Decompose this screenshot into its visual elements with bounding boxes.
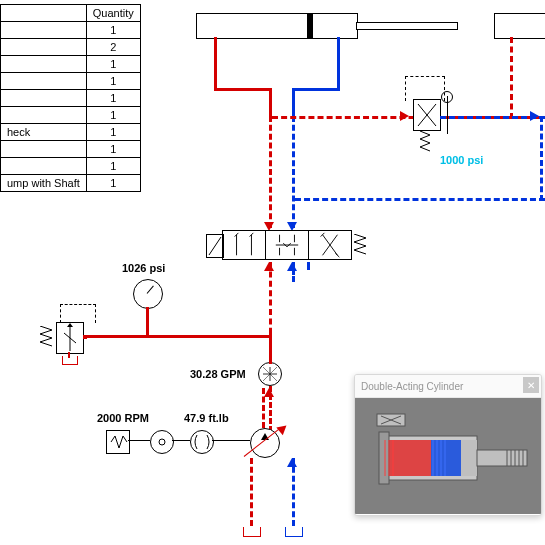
solenoid-left-icon: [206, 234, 224, 258]
pressure-manifold: [86, 335, 272, 338]
svg-rect-2: [385, 440, 431, 476]
flow-reading: 30.28 GPM: [190, 368, 246, 380]
sequence-pressure-label: 1000 psi: [440, 154, 483, 166]
cylinder-1[interactable]: [196, 13, 358, 39]
electric-motor[interactable]: [106, 430, 130, 454]
tank-symbol: [62, 356, 78, 365]
popup-close-button[interactable]: ✕: [523, 377, 539, 393]
directional-control-valve[interactable]: [222, 230, 352, 260]
coupling-left: [150, 430, 174, 454]
coupling-right: [190, 430, 214, 454]
flow-meter[interactable]: [258, 362, 282, 386]
cylinder-2[interactable]: [494, 13, 545, 39]
popup-preview: [355, 398, 541, 514]
svg-rect-3: [431, 440, 461, 476]
pressure-gauge[interactable]: [133, 279, 163, 309]
component-preview-popup[interactable]: Double-Acting Cylinder ✕: [354, 374, 542, 516]
rpm-reading: 2000 RPM: [97, 412, 149, 424]
torque-reading: 47.9 ft.lb: [184, 412, 229, 424]
popup-title: Double-Acting Cylinder: [361, 381, 463, 392]
schematic-canvas[interactable]: Quantity 1 2 1 1 1 1 heck1 1 1 ump with …: [0, 0, 545, 545]
tank-symbol-suction: [285, 527, 303, 537]
svg-point-0: [159, 439, 165, 445]
bom-table: Quantity 1 2 1 1 1 1 heck1 1 1 ump with …: [0, 4, 141, 192]
svg-rect-11: [379, 432, 389, 484]
tank-return-line: [295, 198, 545, 201]
pilot-line: [405, 76, 445, 101]
return-line-dashed: [292, 116, 295, 228]
return-line: [337, 37, 340, 91]
gauge-reading: 1026 psi: [122, 262, 165, 274]
pressure-line-dashed: [269, 116, 272, 228]
pressure-line: [214, 37, 217, 91]
svg-rect-4: [461, 440, 477, 476]
sequence-valve[interactable]: [413, 99, 441, 131]
relief-valve[interactable]: [56, 322, 84, 354]
bom-qty-header: Quantity: [86, 5, 140, 22]
check-valve-icon: [441, 91, 453, 103]
